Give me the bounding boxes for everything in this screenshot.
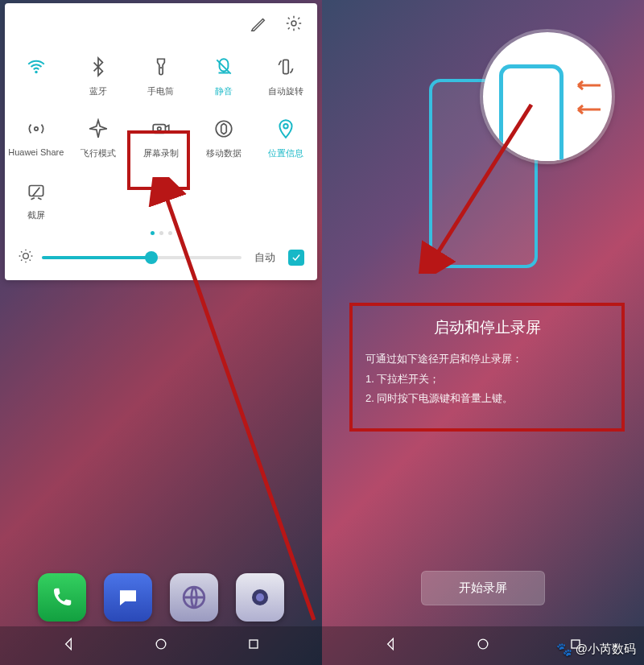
brightness-slider[interactable] [42,256,242,259]
svg-point-11 [23,254,29,259]
location-icon [274,117,298,141]
phone-app[interactable] [38,573,86,622]
paw-icon: 🐾 [556,642,572,657]
svg-point-7 [158,127,161,130]
watermark: 🐾 @小芮数码 [556,642,636,657]
qs-location[interactable]: 位置信息 [254,109,317,171]
qs-huawei-share[interactable]: Huawei Share [5,109,68,171]
qs-label: 蓝牙 [89,85,107,97]
messages-app[interactable] [104,573,152,622]
nav-recent[interactable] [229,630,278,662]
qs-label: Huawei Share [8,147,64,157]
svg-rect-17 [250,640,258,648]
screenshot-icon [24,179,48,203]
qs-label: 截屏 [27,209,45,221]
magnifier-overlay [483,32,612,161]
app-dock [0,573,322,622]
qs-mute[interactable]: 静音 [192,47,255,109]
svg-rect-4 [283,60,289,73]
qs-torch[interactable]: 手电筒 [130,47,192,109]
qs-wifi[interactable] [5,47,68,109]
svg-point-16 [156,639,166,649]
wifi-icon [24,55,48,79]
rotate-icon [274,55,298,79]
bluetooth-icon [86,55,110,79]
instruction-step1: 1. 下拉栏开关； [365,370,609,390]
svg-point-9 [283,124,287,128]
svg-rect-6 [153,125,165,134]
qs-airplane[interactable]: 飞行模式 [68,109,130,171]
nav-home[interactable] [459,630,507,662]
quick-settings-grid: 蓝牙 手电筒 静音 自动旋转 Huawei Share 飞行模式 [5,47,317,233]
start-recording-button[interactable]: 开始录屏 [421,571,545,605]
huawei-share-icon [24,117,48,141]
instruction-block: 启动和停止录屏 可通过如下途径开启和停止录屏： 1. 下拉栏开关； 2. 同时按… [349,303,625,423]
qs-screen-record[interactable]: 屏幕录制 [130,109,192,171]
svg-point-0 [291,21,296,26]
svg-point-19 [478,639,488,649]
qs-label: 飞行模式 [80,147,116,159]
nav-back[interactable] [44,630,93,662]
qs-mobile-data[interactable]: 移动数据 [192,109,255,171]
svg-point-1 [35,71,37,73]
edit-icon[interactable] [250,14,267,35]
qs-label: 位置信息 [268,147,303,159]
mobile-data-icon [212,117,236,141]
quick-settings-panel: 蓝牙 手电筒 静音 自动旋转 Huawei Share 飞行模式 [5,3,317,280]
tutorial-illustration [322,0,644,290]
brightness-icon [18,248,34,267]
browser-app[interactable] [170,573,218,622]
watermark-text: @小芮数码 [576,642,636,657]
camera-app[interactable] [236,573,284,622]
nav-back[interactable] [366,630,415,662]
svg-point-5 [35,127,38,130]
nav-home[interactable] [137,630,185,662]
qs-screenshot[interactable]: 截屏 [5,171,68,233]
flashlight-icon [149,55,173,79]
settings-icon[interactable] [285,14,303,35]
qs-label: 手电筒 [147,85,174,97]
instruction-step2: 2. 同时按下电源键和音量上键。 [365,389,609,409]
screen-record-icon [149,117,173,141]
qs-label: 自动旋转 [268,85,303,97]
instruction-title: 启动和停止录屏 [365,317,609,338]
instruction-intro: 可通过如下途径开启和停止录屏： [365,349,609,370]
qs-label: 屏幕录制 [143,147,179,159]
qs-label: 移动数据 [206,147,242,159]
qs-bluetooth[interactable]: 蓝牙 [68,47,130,109]
navigation-bar [0,626,322,665]
mute-icon [212,55,236,79]
auto-brightness-label: 自动 [254,250,275,265]
svg-point-15 [256,593,264,601]
airplane-icon [86,117,110,141]
auto-brightness-checkbox[interactable] [288,250,304,266]
qs-label: 静音 [215,85,233,97]
qs-rotate[interactable]: 自动旋转 [254,47,317,109]
